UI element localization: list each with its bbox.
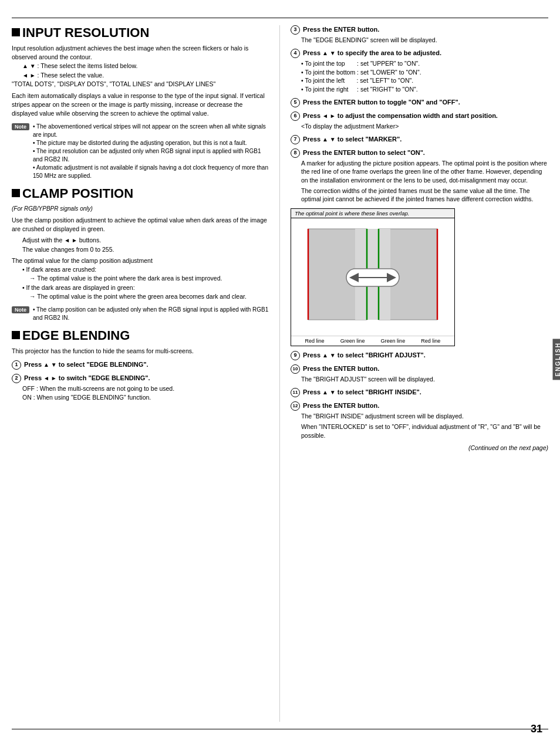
step-11: 11 Press to select "BRIGHT INSIDE".	[291, 388, 548, 397]
arrow-ud-icon	[22, 62, 36, 69]
step-num-5: 5	[291, 98, 300, 107]
title-square-icon-2	[12, 189, 20, 197]
step-8: 8 Press the ENTER button to select "ON".…	[291, 148, 548, 204]
step-8-title: 8 Press the ENTER button to select "ON".	[291, 148, 548, 158]
step-5: 5 Press the ENTER button to toggle "ON" …	[291, 98, 548, 107]
step-10: 10 Press the ENTER button. The "BRIGHT A…	[291, 364, 548, 384]
step-1: 1 Press to select "EDGE BLENDING".	[12, 360, 269, 370]
step-5-title: 5 Press the ENTER button to toggle "ON" …	[291, 98, 548, 107]
step-7: 7 Press to select "MARKER".	[291, 135, 548, 144]
top-rule	[12, 18, 548, 18]
step-num-7: 7	[291, 135, 300, 144]
input-resolution-body: Input resolution adjustment achieves the…	[12, 44, 269, 118]
content-area: INPUT RESOLUTION Input resolution adjust…	[12, 25, 548, 722]
input-resolution-title: INPUT RESOLUTION	[12, 25, 269, 40]
step-num-2: 2	[12, 374, 21, 383]
english-sidebar: ENGLISH	[553, 339, 561, 380]
step-9-title: 9 Press to select "BRIGHT ADJUST".	[291, 351, 548, 360]
arrow-ud-4	[322, 49, 336, 56]
diagram-label: The optimal point is where these lines o…	[291, 209, 454, 218]
step-num-11: 11	[291, 388, 300, 397]
step-num-6: 6	[291, 111, 300, 121]
step-2: 2 Press to switch "EDGE BLENDING". OFF :…	[12, 374, 269, 401]
clamp-position-title: CLAMP POSITION	[12, 186, 269, 201]
step-12: 12 Press the ENTER button. The "BRIGHT I…	[291, 401, 548, 440]
step-12-title: 12 Press the ENTER button.	[291, 401, 548, 411]
step-7-title: 7 Press to select "MARKER".	[291, 135, 548, 144]
arrow-ud-11	[322, 388, 336, 396]
note-content: • The abovementioned vertical stripes wi…	[33, 123, 269, 180]
right-column: 3 Press the ENTER button. The "EDGE BLEN…	[280, 25, 548, 722]
title-square-icon	[12, 28, 20, 36]
step-10-title: 10 Press the ENTER button.	[291, 364, 548, 374]
step-8-body: A marker for adjusting the picture posit…	[301, 159, 548, 204]
step-num-4: 4	[291, 49, 300, 58]
step-11-title: 11 Press to select "BRIGHT INSIDE".	[291, 388, 548, 397]
arrow-lr-icon-2	[64, 236, 77, 244]
step-2-title: 2 Press to switch "EDGE BLENDING".	[12, 374, 269, 383]
section-clamp-position: CLAMP POSITION (For RGB/YPBPR signals on…	[12, 186, 269, 322]
step-12-body: The "BRIGHT INSIDE" adjustment screen wi…	[301, 412, 548, 440]
arrow-ud-7	[322, 136, 336, 143]
step-6-title: 6 Press to adjust the compensation width…	[291, 111, 548, 121]
step-4-title: 4 Press to specify the area to be adjust…	[291, 49, 548, 58]
diagram-svg-area	[291, 218, 454, 336]
note-label: Note	[12, 123, 29, 130]
edge-blending-title: EDGE BLENDING	[12, 328, 269, 343]
left-column: INPUT RESOLUTION Input resolution adjust…	[12, 25, 280, 722]
bottom-rule	[12, 729, 548, 729]
continued-text: (Continued on the next page)	[291, 444, 548, 451]
overlap-diagram-svg	[296, 223, 449, 332]
step-6-body: <To display the adjustment Marker>	[301, 122, 548, 131]
step-3-title: 3 Press the ENTER button.	[291, 25, 548, 35]
step-num-9: 9	[291, 351, 300, 360]
note-label-2: Note	[12, 306, 29, 313]
arrow-ud-2	[43, 361, 57, 368]
step-1-title: 1 Press to select "EDGE BLENDING".	[12, 360, 269, 370]
step-num-10: 10	[291, 364, 300, 374]
clamp-position-body: (For RGB/YPBPR signals only) Use the cla…	[12, 205, 269, 301]
title-square-icon-3	[12, 331, 20, 339]
section-input-resolution: INPUT RESOLUTION Input resolution adjust…	[12, 25, 269, 180]
edge-blending-body: This projector has the function to hide …	[12, 347, 269, 356]
step-num-12: 12	[291, 401, 300, 411]
page-number: 31	[531, 723, 542, 735]
arrow-lr-6	[322, 112, 336, 119]
step-num-1: 1	[12, 360, 21, 370]
step-3: 3 Press the ENTER button. The "EDGE BLEN…	[291, 25, 548, 45]
diagram: The optimal point is where these lines o…	[291, 208, 455, 346]
step-num-3: 3	[291, 25, 300, 35]
step-4-body: • To joint the top : set "UPPER" to "ON"…	[301, 59, 548, 94]
input-resolution-notes: Note • The abovementioned vertical strip…	[12, 123, 269, 180]
arrow-lr-icon	[22, 72, 36, 79]
step-6: 6 Press to adjust the compensation width…	[291, 111, 548, 131]
step-9: 9 Press to select "BRIGHT ADJUST".	[291, 351, 548, 360]
section-edge-blending: EDGE BLENDING This projector has the fun…	[12, 328, 269, 402]
step-4: 4 Press to specify the area to be adjust…	[291, 49, 548, 94]
arrow-lr-3	[43, 374, 57, 381]
step-3-body: The "EDGE BLENDING" screen will be displ…	[301, 36, 548, 45]
step-2-body: OFF : When the multi-screens are not goi…	[22, 384, 269, 401]
arrow-ud-9	[322, 351, 336, 359]
step-10-body: The "BRIGHT ADJUST" screen will be displ…	[301, 375, 548, 384]
step-num-8: 8	[291, 148, 300, 158]
note-content-2: • The clamp position can be adjusted onl…	[33, 306, 269, 322]
diagram-footer: Red line Green line Green line Red line	[291, 336, 454, 346]
clamp-position-notes: Note • The clamp position can be adjuste…	[12, 306, 269, 322]
page: INPUT RESOLUTION Input resolution adjust…	[0, 0, 560, 747]
